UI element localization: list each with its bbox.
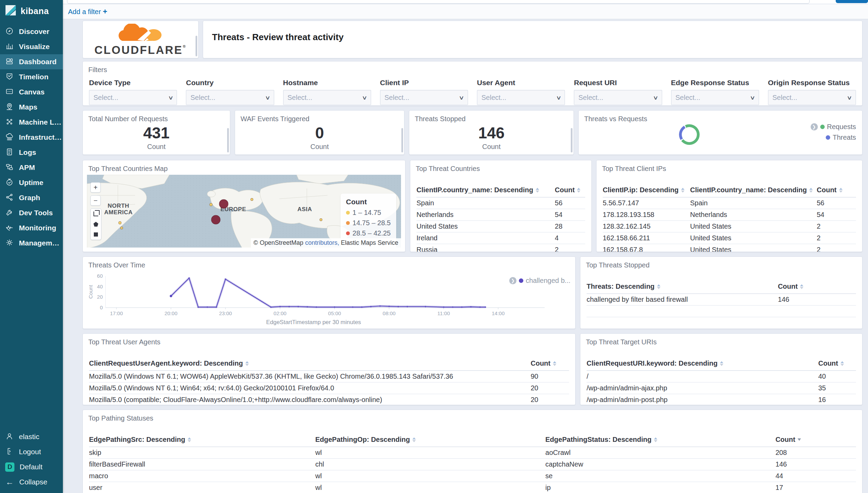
panel-scrollbar[interactable] bbox=[227, 128, 229, 152]
legend-item[interactable]: ❯Requests bbox=[811, 123, 856, 131]
sidebar-item-timelion[interactable]: Timelion bbox=[0, 69, 63, 84]
svg-text:05:00: 05:00 bbox=[328, 310, 341, 316]
chevron-down-icon: ∨ bbox=[265, 94, 270, 101]
table-cell: wl bbox=[315, 472, 545, 480]
sidebar-item-label: Dev Tools bbox=[19, 209, 53, 217]
sidebar-item-uptime[interactable]: Uptime bbox=[0, 175, 63, 190]
update-button[interactable] bbox=[836, 0, 868, 3]
map-dot-china[interactable] bbox=[320, 218, 322, 221]
map-dot-us-south-1[interactable] bbox=[118, 221, 121, 224]
filter-select-edge-response-status[interactable]: Select...∨ bbox=[671, 90, 759, 105]
column-header[interactable]: ClientIP.country_name: Descending bbox=[416, 186, 555, 194]
table-cell: 178.128.193.158 bbox=[603, 211, 690, 219]
line-chart[interactable]: 020406017:0020:0023:0002:0005:0008:0011:… bbox=[88, 272, 545, 320]
map-dot-spain[interactable] bbox=[211, 215, 220, 225]
map-dot-us-south-2[interactable] bbox=[120, 227, 123, 229]
table-row: 128.32.162.145United States2 bbox=[603, 221, 856, 232]
sidebar-item-visualize[interactable]: Visualize bbox=[0, 39, 63, 54]
panel-title: Top Pathing Statuses bbox=[83, 410, 862, 422]
table-cell: 2 bbox=[817, 234, 856, 242]
query-input[interactable] bbox=[67, 0, 810, 4]
panel-scrollbar[interactable] bbox=[401, 128, 403, 152]
map-rectangle-tool[interactable] bbox=[91, 229, 101, 240]
uptime-icon bbox=[5, 178, 14, 188]
filter-select-country[interactable]: Select...∨ bbox=[186, 90, 274, 105]
filter-select-user-agent[interactable]: Select...∨ bbox=[477, 90, 565, 105]
sidebar-item-elastic[interactable]: elastic bbox=[0, 429, 63, 444]
map-crop-tool[interactable] bbox=[91, 209, 101, 219]
sidebar-item-collapse[interactable]: ←Collapse bbox=[0, 474, 63, 490]
column-header[interactable]: ClientRequestUserAgent.keyword: Descendi… bbox=[89, 359, 531, 367]
filter-select-origin-response-status[interactable]: Select...∨ bbox=[768, 90, 856, 105]
panel-scrollbar[interactable] bbox=[571, 128, 572, 152]
legend-toggle-icon[interactable]: ❯ bbox=[509, 277, 516, 284]
column-header[interactable]: ClientRequestURI.keyword: Descending bbox=[587, 359, 818, 367]
polygon-icon bbox=[93, 222, 98, 227]
sidebar-item-maps[interactable]: Maps bbox=[0, 100, 63, 115]
panel-title: Top Threat User Agents bbox=[83, 334, 575, 346]
legend-color-dot bbox=[346, 211, 350, 215]
sidebar-item-dev-tools[interactable]: Dev Tools bbox=[0, 205, 63, 220]
metric-value: 431 bbox=[143, 125, 170, 141]
map-zoom-out-button[interactable]: − bbox=[90, 195, 101, 206]
sidebar-item-infrastructure[interactable]: Infrastructure bbox=[0, 130, 63, 145]
map-zoom-in-button[interactable]: + bbox=[90, 182, 101, 193]
sidebar-item-logs[interactable]: Logs bbox=[0, 145, 63, 160]
panel-scrollbar[interactable] bbox=[196, 36, 197, 56]
sidebar-item-discover[interactable]: Discover bbox=[0, 24, 63, 39]
threat-map-panel: Top Threat Countries Map bbox=[82, 160, 405, 252]
column-header[interactable]: EdgePathingSrc: Descending bbox=[89, 436, 315, 444]
sidebar-item-dashboard[interactable]: Dashboard bbox=[0, 54, 63, 69]
column-header[interactable]: Count bbox=[555, 186, 585, 194]
filter-select-device-type[interactable]: Select...∨ bbox=[89, 90, 177, 105]
column-header[interactable]: Count bbox=[818, 359, 856, 367]
column-header[interactable]: EdgePathingStatus: Descending bbox=[545, 436, 776, 444]
svg-text:11:00: 11:00 bbox=[437, 310, 450, 316]
map-polygon-tool[interactable] bbox=[91, 219, 101, 229]
column-header[interactable]: ClientIP.ip: Descending bbox=[603, 186, 690, 194]
legend-toggle-icon[interactable]: ❯ bbox=[811, 123, 818, 130]
filter-select-client-ip[interactable]: Select...∨ bbox=[380, 90, 468, 105]
sidebar-item-label: Logs bbox=[19, 148, 36, 157]
column-header[interactable]: EdgePathingOp: Descending bbox=[315, 436, 545, 444]
add-filter-link[interactable]: Add a filter + bbox=[68, 7, 107, 16]
column-header[interactable]: ClientIP.country_name: Descending bbox=[690, 186, 817, 194]
metric-label: Count bbox=[482, 143, 500, 151]
series-label[interactable]: challenged b... bbox=[526, 277, 570, 285]
table-cell: 128.32.162.145 bbox=[603, 222, 690, 230]
sidebar-item-monitoring[interactable]: Monitoring bbox=[0, 220, 63, 236]
column-header[interactable]: Count bbox=[778, 283, 856, 290]
sort-icon bbox=[654, 437, 657, 442]
map-dot-ireland[interactable] bbox=[210, 203, 213, 206]
filter-select-request-uri[interactable]: Select...∨ bbox=[574, 90, 662, 105]
table-cell: United States bbox=[416, 222, 555, 230]
column-header[interactable]: Count bbox=[817, 186, 856, 194]
filter-label: User Agent bbox=[477, 79, 565, 87]
legend-item[interactable]: Threats bbox=[811, 134, 856, 141]
sidebar-item-apm[interactable]: APM bbox=[0, 160, 63, 175]
table-header-row: ClientIP.country_name: DescendingCount bbox=[416, 183, 585, 197]
select-placeholder: Select... bbox=[772, 94, 797, 102]
sidebar-item-graph[interactable]: Graph bbox=[0, 190, 63, 205]
map-dot-russia-west[interactable] bbox=[251, 198, 253, 201]
threat-ips-table: ClientIP.ip: DescendingClientIP.country_… bbox=[603, 183, 856, 252]
kibana-logo-icon bbox=[5, 4, 16, 18]
donut-chart[interactable] bbox=[679, 124, 700, 145]
column-header[interactable]: Threats: Descending bbox=[587, 283, 778, 290]
world-map[interactable]: + − NORTH AMERICAEUROPEASIA Count 1 – 14… bbox=[87, 175, 401, 248]
select-placeholder: Select... bbox=[578, 94, 603, 102]
chevron-down-icon: ∨ bbox=[847, 94, 852, 101]
map-attribution-link[interactable]: contributors, bbox=[305, 239, 339, 246]
sidebar-item-label: Visualize bbox=[19, 43, 50, 51]
filter-select-hostname[interactable]: Select...∨ bbox=[283, 90, 371, 105]
map-dot-netherlands[interactable] bbox=[219, 199, 228, 208]
sidebar-item-logout[interactable]: Logout bbox=[0, 444, 63, 459]
sidebar-item-default-space[interactable]: DDefault bbox=[0, 459, 63, 474]
sidebar-item-management[interactable]: Management bbox=[0, 236, 63, 251]
column-header[interactable]: Count bbox=[776, 436, 856, 444]
table-cell: Mozilla/5.0 (compatible; CloudFlare-Alwa… bbox=[89, 396, 531, 404]
kibana-logo[interactable]: kibana bbox=[0, 0, 63, 21]
sidebar-item-machine-learning[interactable]: Machine Le... bbox=[0, 115, 63, 130]
sidebar-item-canvas[interactable]: Canvas bbox=[0, 84, 63, 100]
column-header[interactable]: Count bbox=[531, 359, 569, 367]
